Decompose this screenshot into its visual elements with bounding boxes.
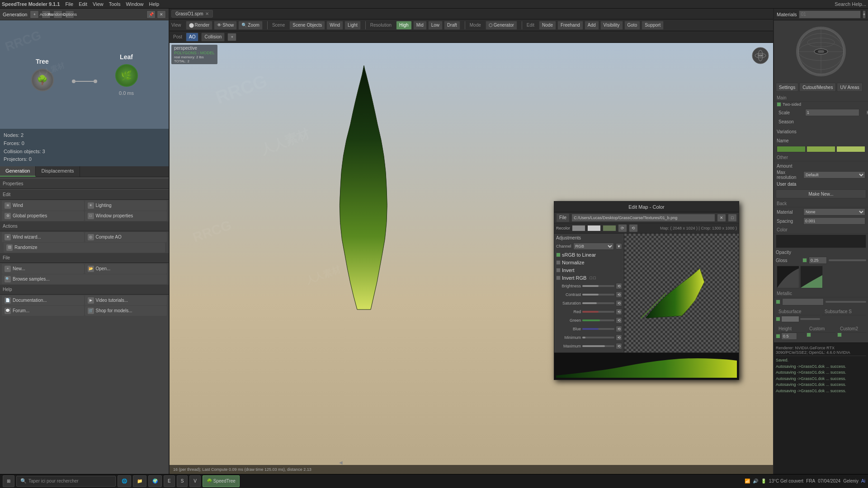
randomize-button[interactable]: Randomize xyxy=(53,10,62,19)
menu-item-edit[interactable]: Edit xyxy=(79,1,87,7)
brightness-reset[interactable]: ⟲ xyxy=(616,283,622,289)
close-left-panel-button[interactable]: ✕ xyxy=(157,10,166,19)
green-slider[interactable] xyxy=(582,319,614,321)
node-btn[interactable]: Node xyxy=(539,21,556,30)
minimum-reset[interactable]: ⟲ xyxy=(616,334,622,341)
menu-item-tools[interactable]: Tools xyxy=(109,1,121,7)
mat-add-btn[interactable]: + xyxy=(863,10,866,19)
forum-btn[interactable]: 💬 Forum... xyxy=(2,306,84,316)
cutout-meshes-tab-btn[interactable]: Cutout/Meshes xyxy=(799,83,836,92)
prop-wind[interactable]: ≋ Wind xyxy=(2,201,84,211)
randomize-action-btn[interactable]: ⚄ Randomize xyxy=(4,243,165,253)
tab-generation[interactable]: Generation xyxy=(0,166,36,177)
show-btn[interactable]: 👁 Show xyxy=(214,21,237,30)
gloss-input[interactable] xyxy=(809,257,827,264)
metallic-checkbox[interactable] xyxy=(776,300,780,304)
file-menu-btn[interactable]: File xyxy=(556,213,570,222)
leaf-node[interactable]: Leaf 🌿 0.0 ms xyxy=(115,53,138,96)
prop-window-properties[interactable]: □ Window properties xyxy=(85,211,167,221)
red-reset[interactable]: ⟲ xyxy=(616,309,622,315)
viewport-tab[interactable]: GrassO1.spm ✕ xyxy=(171,10,213,18)
subsurface-slider[interactable] xyxy=(800,318,820,320)
taskbar-cortana[interactable]: 🌐 xyxy=(118,475,131,487)
menu-item-window[interactable]: Window xyxy=(126,1,143,7)
freehand-btn[interactable]: Freehand xyxy=(557,21,583,30)
menu-item-view[interactable]: View xyxy=(93,1,104,7)
taskbar-app1[interactable]: S xyxy=(177,475,188,487)
res-high-btn[interactable]: High xyxy=(396,21,412,30)
blue-slider[interactable] xyxy=(582,328,614,330)
metallic-slider[interactable] xyxy=(826,301,866,303)
spacing-input[interactable] xyxy=(803,217,865,225)
recolor-swatch-3[interactable] xyxy=(603,225,616,231)
green-reset[interactable]: ⟲ xyxy=(616,317,622,324)
support-btn[interactable]: Support xyxy=(642,21,664,30)
make-new-btn[interactable]: Make New... xyxy=(776,189,866,198)
channel-select[interactable]: RGBRedGreenBlue xyxy=(573,243,614,250)
uv-areas-tab-btn[interactable]: UV Areas xyxy=(837,83,862,92)
start-button[interactable]: ⊞ xyxy=(3,475,14,487)
saturation-slider[interactable] xyxy=(582,302,614,304)
color-bar-2[interactable] xyxy=(807,146,835,152)
video-tutorials-btn[interactable]: ▶ Video tutorials... xyxy=(85,296,167,305)
mat-nav-circle[interactable] xyxy=(796,27,846,76)
taskbar-search[interactable]: 🔍 Taper ici pour rechercher xyxy=(16,476,116,487)
open-file-btn[interactable]: 📂 Open... xyxy=(85,264,167,274)
channel-icon[interactable]: ▼ xyxy=(616,243,622,249)
compute-ao-btn[interactable]: ◎ Compute AO xyxy=(85,232,167,242)
taskbar-app2[interactable]: V xyxy=(189,475,201,487)
subsurface-checkbox[interactable] xyxy=(776,317,780,321)
wind-toolbar-btn[interactable]: Wind xyxy=(326,21,343,30)
shop-models-btn[interactable]: 🛒 Shop for models... xyxy=(85,306,167,316)
recolor-icon-btn2[interactable]: ⟲ xyxy=(629,224,638,232)
recolor-icon-btn[interactable]: ⟳ xyxy=(618,224,627,232)
documentation-btn[interactable]: 📄 Documentation... xyxy=(2,296,84,305)
scale-input[interactable] xyxy=(805,109,859,116)
post-extra-btn[interactable]: + xyxy=(227,33,236,41)
pin-button[interactable]: 📌 xyxy=(146,10,156,19)
close-viewport-icon[interactable]: ✕ xyxy=(205,11,209,16)
height-checkbox[interactable] xyxy=(776,334,780,338)
prop-lighting[interactable]: ☀ Lighting xyxy=(85,201,167,211)
gloss-slider[interactable] xyxy=(829,259,866,261)
maximum-reset[interactable]: ⟲ xyxy=(616,343,622,349)
blue-reset[interactable]: ⟲ xyxy=(616,326,622,332)
render-btn[interactable]: ⬤ Render xyxy=(186,21,213,30)
srgb-checkbox[interactable] xyxy=(556,253,561,257)
add-button[interactable]: + xyxy=(30,10,39,19)
visibility-btn[interactable]: Visibility xyxy=(600,21,623,30)
dialog-close-btn[interactable]: ✕ xyxy=(717,214,726,222)
search-help[interactable]: Search Help... xyxy=(835,1,866,7)
res-mid-btn[interactable]: Mid xyxy=(413,21,427,30)
invert-checkbox[interactable] xyxy=(556,268,561,272)
add-edit-btn[interactable]: Add xyxy=(585,21,599,30)
ao-post-btn[interactable]: AO xyxy=(186,33,198,42)
taskbar-file-explorer[interactable]: 📁 xyxy=(133,475,146,487)
wind-wizard-btn[interactable]: ✦ Wind wizard... xyxy=(2,232,84,242)
dialog-restore-btn[interactable]: □ xyxy=(728,214,737,222)
new-file-btn[interactable]: + New... xyxy=(2,264,84,274)
res-low-btn[interactable]: Low xyxy=(428,21,443,30)
menu-item-help[interactable]: Help xyxy=(149,1,160,7)
recolor-swatch-2[interactable] xyxy=(587,225,601,231)
maximum-slider[interactable] xyxy=(582,345,614,347)
taskbar-chrome[interactable]: 🌍 xyxy=(148,475,162,487)
color-bar-1[interactable] xyxy=(777,146,806,152)
two-sided-checkbox[interactable] xyxy=(777,102,781,107)
tab-displacements[interactable]: Displacements xyxy=(36,166,80,177)
options-button[interactable]: Options xyxy=(65,10,74,19)
saturation-reset[interactable]: ⟲ xyxy=(616,300,622,306)
res-draft-btn[interactable]: Draft xyxy=(444,21,460,30)
metallic-swatch[interactable] xyxy=(782,298,824,305)
brightness-slider[interactable] xyxy=(582,285,614,287)
resize-handle[interactable]: ◀ xyxy=(339,460,343,465)
materials-search-input[interactable] xyxy=(799,10,861,19)
minimum-slider[interactable] xyxy=(582,337,614,338)
gloss-checkbox[interactable] xyxy=(802,258,807,263)
material-select[interactable]: None xyxy=(803,208,865,216)
invert-rgb-checkbox[interactable] xyxy=(556,276,561,280)
custom2-checkbox[interactable] xyxy=(837,333,842,337)
taskbar-edge[interactable]: E xyxy=(164,475,175,487)
collision-btn[interactable]: Collision xyxy=(201,33,225,42)
taskbar-speedtree[interactable]: 🌳 SpeedTree xyxy=(203,475,240,487)
